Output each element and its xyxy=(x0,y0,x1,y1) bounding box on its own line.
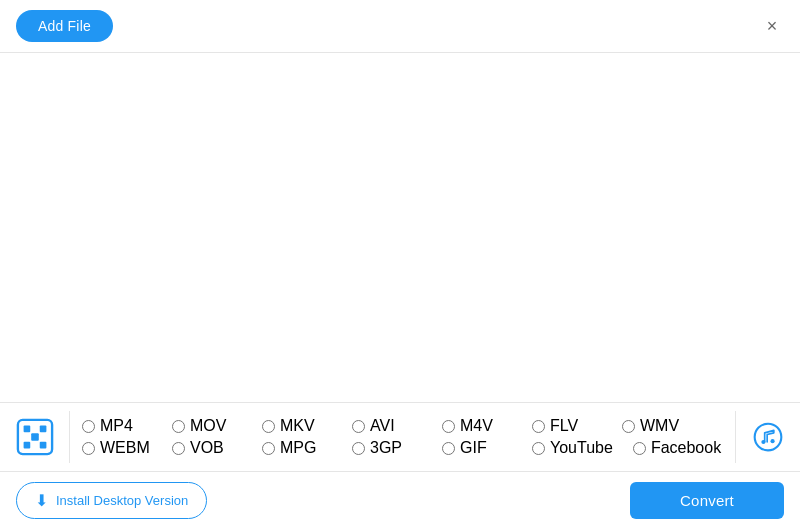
format-label-mkv: MKV xyxy=(280,417,315,435)
app-container: Add File × xyxy=(0,0,800,529)
format-label-avi: AVI xyxy=(370,417,395,435)
install-label: Install Desktop Version xyxy=(56,493,188,508)
format-label-youtube: YouTube xyxy=(550,439,613,457)
format-option-vob[interactable]: VOB xyxy=(172,439,242,457)
add-file-button[interactable]: Add File xyxy=(16,10,113,42)
format-radio-flv[interactable] xyxy=(532,420,545,433)
svg-rect-1 xyxy=(23,426,30,433)
format-option-mov[interactable]: MOV xyxy=(172,417,242,435)
format-option-flv[interactable]: FLV xyxy=(532,417,602,435)
convert-button[interactable]: Convert xyxy=(630,482,784,519)
svg-point-8 xyxy=(771,439,775,443)
format-radio-mov[interactable] xyxy=(172,420,185,433)
download-icon: ⬇ xyxy=(35,491,48,510)
format-option-youtube[interactable]: YouTube xyxy=(532,439,613,457)
audio-format-icon xyxy=(735,411,800,463)
format-label-vob: VOB xyxy=(190,439,224,457)
format-option-avi[interactable]: AVI xyxy=(352,417,422,435)
format-row-1: MP4 MOV MKV AVI xyxy=(82,417,723,435)
format-radio-youtube[interactable] xyxy=(532,442,545,455)
format-option-mpg[interactable]: MPG xyxy=(262,439,332,457)
format-radio-m4v[interactable] xyxy=(442,420,455,433)
format-options: MP4 MOV MKV AVI xyxy=(70,411,735,463)
format-radio-vob[interactable] xyxy=(172,442,185,455)
footer: ⬇ Install Desktop Version Convert xyxy=(0,471,800,529)
format-option-3gp[interactable]: 3GP xyxy=(352,439,422,457)
main-content xyxy=(0,53,800,402)
format-radio-facebook[interactable] xyxy=(633,442,646,455)
format-label-gif: GIF xyxy=(460,439,487,457)
svg-rect-3 xyxy=(23,442,30,449)
svg-point-7 xyxy=(761,440,765,444)
music-icon xyxy=(753,422,783,452)
format-label-3gp: 3GP xyxy=(370,439,402,457)
format-label-mpg: MPG xyxy=(280,439,316,457)
format-option-wmv[interactable]: WMV xyxy=(622,417,692,435)
close-button[interactable]: × xyxy=(760,14,784,38)
format-radio-webm[interactable] xyxy=(82,442,95,455)
format-option-m4v[interactable]: M4V xyxy=(442,417,512,435)
format-option-facebook[interactable]: Facebook xyxy=(633,439,721,457)
format-label-webm: WEBM xyxy=(100,439,150,457)
format-label-flv: FLV xyxy=(550,417,578,435)
format-option-gif[interactable]: GIF xyxy=(442,439,512,457)
format-radio-mp4[interactable] xyxy=(82,420,95,433)
bottom-panel: MP4 MOV MKV AVI xyxy=(0,402,800,471)
format-label-wmv: WMV xyxy=(640,417,679,435)
install-desktop-button[interactable]: ⬇ Install Desktop Version xyxy=(16,482,207,519)
format-label-mov: MOV xyxy=(190,417,226,435)
format-radio-wmv[interactable] xyxy=(622,420,635,433)
format-radio-mpg[interactable] xyxy=(262,442,275,455)
format-option-webm[interactable]: WEBM xyxy=(82,439,152,457)
format-option-mp4[interactable]: MP4 xyxy=(82,417,152,435)
format-radio-avi[interactable] xyxy=(352,420,365,433)
format-section: MP4 MOV MKV AVI xyxy=(0,403,800,471)
format-radio-mkv[interactable] xyxy=(262,420,275,433)
format-radio-3gp[interactable] xyxy=(352,442,365,455)
header: Add File × xyxy=(0,0,800,53)
format-row-2: WEBM VOB MPG 3GP xyxy=(82,439,723,457)
svg-rect-5 xyxy=(31,433,39,441)
format-radio-gif[interactable] xyxy=(442,442,455,455)
svg-rect-4 xyxy=(39,442,46,449)
format-option-mkv[interactable]: MKV xyxy=(262,417,332,435)
svg-rect-2 xyxy=(39,426,46,433)
format-label-facebook: Facebook xyxy=(651,439,721,457)
film-icon xyxy=(16,418,54,456)
format-label-mp4: MP4 xyxy=(100,417,133,435)
format-label-m4v: M4V xyxy=(460,417,493,435)
video-format-icon xyxy=(0,411,70,463)
